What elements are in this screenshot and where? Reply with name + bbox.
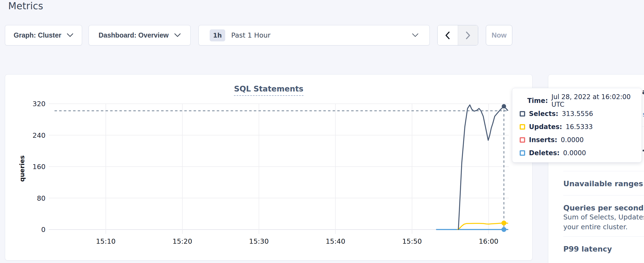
tooltip-series-label: Selects: xyxy=(529,110,558,118)
chevron-right-icon xyxy=(464,31,472,40)
metric-description-heading: Unavailable ranges xyxy=(563,179,644,188)
series-color-swatch-icon xyxy=(520,137,525,143)
hover-point-updates xyxy=(501,221,506,225)
sql-statements-chart[interactable]: 08016024032015:1015:2015:3015:4015:5016:… xyxy=(5,75,533,261)
chevron-down-icon xyxy=(412,33,419,37)
chevron-down-icon xyxy=(67,33,73,37)
clipped-text-fragment: a xyxy=(642,88,644,96)
page-title: Metrics xyxy=(8,1,43,11)
x-axis-tick-label: 15:20 xyxy=(173,237,192,245)
time-pager xyxy=(437,25,478,45)
clipped-link-fragment: s xyxy=(643,111,644,118)
gridlines xyxy=(49,104,509,234)
tooltip-time-label: Time: xyxy=(527,97,548,105)
x-axis-tick-label: 16:00 xyxy=(479,237,498,245)
tooltip-series-value: 0.0000 xyxy=(561,136,584,144)
clipped-glyph-fragment xyxy=(643,150,644,151)
hover-point-deletes xyxy=(501,227,506,232)
metric-description-item: Queries per secondSum of Selects, Update… xyxy=(563,195,644,236)
metric-description-text: your entire cluster. xyxy=(563,222,644,232)
y-axis-tick-label: 240 xyxy=(32,132,46,139)
tooltip-time-value: Jul 28, 2022 at 16:02:00 UTC xyxy=(551,93,635,108)
x-axis-tick-label: 15:30 xyxy=(249,237,269,245)
tooltip-series-value: 0.0000 xyxy=(563,149,586,157)
clipped-divider-fragment xyxy=(642,126,644,127)
tooltip-series-row: Deletes:0.0000 xyxy=(520,146,635,160)
tooltip-series-label: Inserts: xyxy=(529,136,557,144)
y-axis-tick-label: 160 xyxy=(32,163,46,171)
sql-statements-chart-card: SQL Statements 08016024032015:1015:2015:… xyxy=(5,74,532,261)
x-axis-tick-label: 15:10 xyxy=(96,237,116,245)
time-window-badge: 1h xyxy=(210,29,225,41)
y-axis-title: queries xyxy=(19,155,26,182)
tooltip-series-row: Inserts:0.0000 xyxy=(520,133,635,146)
chevron-down-icon xyxy=(174,33,181,37)
dashboard-label: Dashboard: Overview xyxy=(98,31,168,39)
now-button[interactable]: Now xyxy=(486,25,512,45)
metric-description-item: P99 latency xyxy=(563,237,644,261)
chevron-left-icon xyxy=(444,31,452,40)
tooltip-series-row: Updates:16.5333 xyxy=(520,120,635,133)
metric-description-text: Sum of Selects, Updates, Inser xyxy=(563,212,644,222)
series-color-swatch-icon xyxy=(520,150,525,156)
hover-point-selects xyxy=(502,104,506,108)
chart-hover-tooltip: Time: Jul 28, 2022 at 16:02:00 UTC Selec… xyxy=(512,88,642,163)
metric-descriptions-list: Unavailable rangesQueries per secondSum … xyxy=(563,171,644,261)
metric-description-heading: P99 latency xyxy=(563,245,644,253)
graph-scope-label: Graph: Cluster xyxy=(14,31,61,39)
dashboard-dropdown[interactable]: Dashboard: Overview xyxy=(89,25,191,45)
tooltip-series-label: Updates: xyxy=(529,123,562,131)
tooltip-series-value: 313.5556 xyxy=(562,110,593,118)
y-axis-tick-label: 320 xyxy=(32,100,46,108)
series-line-selects xyxy=(458,105,508,230)
time-window-dropdown[interactable]: 1h Past 1 Hour xyxy=(198,25,430,45)
series-line-updates xyxy=(458,223,508,230)
tooltip-series-label: Deletes: xyxy=(529,149,559,157)
next-time-button[interactable] xyxy=(458,25,478,45)
tooltip-time-row: Time: Jul 28, 2022 at 16:02:00 UTC xyxy=(527,94,635,107)
metric-description-item: Unavailable ranges xyxy=(563,171,644,195)
prev-time-button[interactable] xyxy=(438,25,458,45)
x-axis-tick-label: 15:40 xyxy=(326,237,345,245)
series-color-swatch-icon xyxy=(520,124,525,130)
time-window-label: Past 1 Hour xyxy=(231,31,270,39)
tooltip-series-row: Selects:313.5556 xyxy=(520,107,635,120)
graph-scope-dropdown[interactable]: Graph: Cluster xyxy=(5,25,82,45)
tooltip-series-value: 16.5333 xyxy=(566,123,593,131)
series-color-swatch-icon xyxy=(520,111,525,117)
y-axis-tick-label: 80 xyxy=(37,194,46,202)
x-axis-tick-label: 15:50 xyxy=(402,237,422,245)
y-axis-tick-label: 0 xyxy=(41,226,46,234)
axis-labels: 08016024032015:1015:2015:3015:4015:5016:… xyxy=(19,100,498,245)
metric-description-heading: Queries per second xyxy=(563,204,644,212)
